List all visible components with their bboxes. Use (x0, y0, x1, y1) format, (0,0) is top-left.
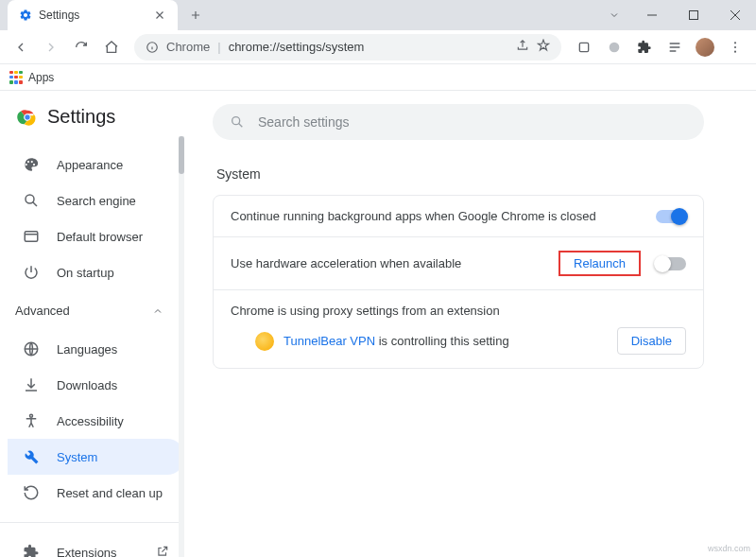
tunnelbear-icon (255, 332, 274, 351)
back-button[interactable] (8, 34, 34, 61)
sidebar-item-default-browser[interactable]: Default browser (8, 218, 184, 254)
chevron-up-icon (152, 305, 163, 317)
watermark: wsxdn.com (708, 544, 750, 553)
main-panel: Search settings System Continue running … (184, 91, 756, 557)
sidebar-item-extensions[interactable]: Extensions (8, 534, 184, 557)
sidebar: Settings Appearance Search engine Defaul… (0, 91, 184, 557)
svg-point-13 (30, 414, 33, 417)
tab-title: Settings (39, 9, 146, 22)
chevron-down-icon[interactable] (597, 0, 631, 30)
profile-avatar[interactable] (696, 38, 714, 57)
hw-accel-row: Use hardware acceleration when available… (214, 236, 703, 289)
omnibox-prefix: Chrome (166, 40, 210, 54)
close-icon[interactable] (153, 9, 166, 22)
proxy-row: Chrome is using proxy settings from an e… (214, 289, 703, 368)
vpn-name-link[interactable]: TunnelBear VPN (284, 334, 375, 348)
minimize-button[interactable] (631, 0, 673, 30)
svg-rect-2 (579, 43, 588, 51)
titlebar: Settings (0, 0, 756, 30)
sidebar-label: Search engine (57, 194, 136, 208)
new-tab-button[interactable] (183, 3, 208, 27)
sidebar-label: Downloads (57, 378, 117, 392)
apps-label: Apps (28, 71, 54, 84)
address-bar[interactable]: Chrome | chrome://settings/system (134, 34, 561, 61)
sidebar-item-system[interactable]: System (8, 439, 184, 475)
sidebar-label: System (57, 450, 97, 464)
svg-point-3 (610, 42, 620, 52)
sidebar-label: Extensions (57, 546, 117, 558)
sidebar-label: Accessibility (57, 414, 124, 428)
advanced-label: Advanced (15, 304, 70, 318)
svg-rect-11 (25, 232, 38, 242)
sidebar-item-accessibility[interactable]: Accessibility (8, 403, 184, 439)
settings-search[interactable]: Search settings (213, 104, 704, 140)
sidebar-item-search-engine[interactable]: Search engine (8, 183, 184, 218)
svg-point-5 (734, 45, 736, 47)
bookmark-star-icon[interactable] (537, 39, 550, 56)
svg-point-4 (734, 42, 736, 44)
puzzle-icon (23, 544, 40, 557)
svg-point-6 (734, 50, 736, 52)
browser-icon (23, 228, 40, 245)
chrome-logo-icon (17, 107, 38, 128)
omnibox-url: chrome://settings/system (229, 40, 508, 54)
search-icon (23, 192, 40, 209)
browser-tab[interactable]: Settings (8, 0, 178, 30)
svg-rect-0 (690, 11, 698, 20)
menu-icon[interactable] (722, 34, 748, 61)
sidebar-item-languages[interactable]: Languages (8, 331, 184, 367)
share-icon[interactable] (516, 39, 529, 56)
sidebar-item-appearance[interactable]: Appearance (8, 147, 184, 183)
wrench-icon (23, 448, 40, 465)
accessibility-icon (23, 412, 40, 429)
page-title: Settings (47, 106, 115, 128)
hw-accel-label: Use hardware acceleration when available (231, 256, 461, 270)
palette-icon (23, 156, 40, 173)
power-icon (23, 264, 40, 281)
forward-button[interactable] (38, 34, 64, 61)
hw-accel-toggle[interactable] (656, 257, 686, 270)
close-window-button[interactable] (714, 0, 756, 30)
section-title: System (216, 166, 724, 182)
restore-icon (23, 484, 40, 501)
sidebar-label: On startup (57, 266, 114, 280)
relaunch-highlight: Relaunch (558, 251, 641, 276)
bg-apps-toggle[interactable] (656, 210, 686, 223)
home-button[interactable] (98, 34, 125, 61)
sidebar-label: Languages (57, 342, 117, 357)
extensions-puzzle-icon[interactable] (631, 34, 658, 61)
bg-apps-label: Continue running background apps when Go… (231, 209, 596, 223)
sidebar-label: Reset and clean up (57, 486, 163, 500)
vpn-suffix: is controlling this setting (379, 334, 509, 348)
external-link-icon (156, 545, 169, 558)
apps-shortcut[interactable]: Apps (9, 71, 54, 84)
settings-header: Settings (0, 100, 184, 143)
extension-icon-2[interactable] (601, 34, 627, 61)
globe-icon (23, 340, 40, 357)
window-controls (631, 0, 756, 30)
download-icon (23, 376, 40, 393)
reload-button[interactable] (68, 34, 94, 61)
advanced-section-toggle[interactable]: Advanced (0, 294, 184, 327)
sidebar-item-on-startup[interactable]: On startup (8, 254, 184, 290)
toolbar: Chrome | chrome://settings/system (0, 30, 756, 64)
proxy-label: Chrome is using proxy settings from an e… (231, 304, 500, 318)
sidebar-label: Default browser (57, 230, 143, 244)
reading-list-icon[interactable] (662, 34, 688, 61)
gear-icon (19, 9, 32, 22)
disable-button[interactable]: Disable (617, 327, 686, 355)
bookmarks-bar: Apps (0, 64, 756, 91)
sidebar-item-downloads[interactable]: Downloads (8, 367, 184, 403)
settings-content: Settings Appearance Search engine Defaul… (0, 91, 756, 557)
bg-apps-row: Continue running background apps when Go… (214, 196, 703, 236)
apps-grid-icon (9, 71, 23, 84)
maximize-button[interactable] (673, 0, 714, 30)
sidebar-item-reset[interactable]: Reset and clean up (8, 475, 184, 511)
info-icon (146, 41, 159, 54)
extension-icon-1[interactable] (571, 34, 597, 61)
search-placeholder: Search settings (258, 114, 350, 130)
sidebar-scrollbar[interactable] (179, 136, 184, 557)
relaunch-button[interactable]: Relaunch (566, 252, 633, 274)
system-settings-card: Continue running background apps when Go… (213, 195, 704, 369)
sidebar-label: Appearance (57, 158, 123, 172)
